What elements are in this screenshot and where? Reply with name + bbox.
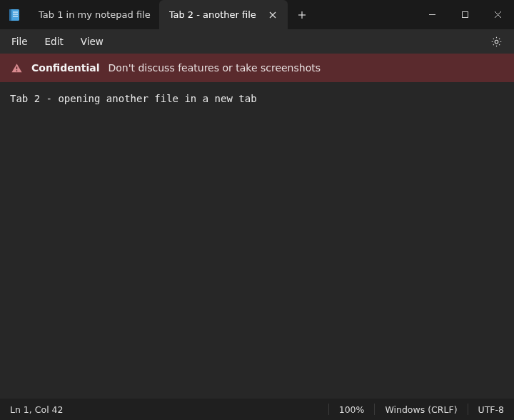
status-encoding[interactable]: UTF-8 (468, 399, 514, 420)
tab-strip: Tab 1 in my notepad file Tab 2 - another… (0, 0, 415, 29)
svg-point-15 (16, 70, 17, 71)
window-controls (415, 0, 514, 29)
status-zoom[interactable]: 100% (329, 399, 375, 420)
svg-rect-1 (9, 9, 11, 21)
menu-edit[interactable]: Edit (36, 33, 72, 50)
tab-2[interactable]: Tab 2 - another file (159, 0, 288, 29)
menu-file[interactable]: File (3, 33, 36, 50)
new-tab-button[interactable] (288, 0, 316, 29)
minimize-button[interactable] (415, 0, 448, 29)
title-bar: Tab 1 in my notepad file Tab 2 - another… (0, 0, 514, 29)
warning-triangle-icon (10, 61, 23, 74)
close-tab-button[interactable] (266, 9, 279, 21)
text-editor[interactable]: Tab 2 - opening another file in a new ta… (0, 82, 514, 399)
status-bar: Ln 1, Col 42 100% Windows (CRLF) UTF-8 (0, 399, 514, 420)
menu-bar: File Edit View (0, 29, 514, 54)
status-line-ending[interactable]: Windows (CRLF) (375, 399, 467, 420)
status-cursor-position[interactable]: Ln 1, Col 42 (0, 399, 74, 420)
app-window: Tab 1 in my notepad file Tab 2 - another… (0, 0, 514, 420)
confidential-banner: Confidential Don't discuss features or t… (0, 54, 514, 82)
banner-title: Confidential (31, 62, 99, 74)
settings-button[interactable] (484, 31, 508, 51)
close-window-button[interactable] (481, 0, 514, 29)
banner-message: Don't discuss features or take screensho… (108, 62, 321, 74)
tab-title: Tab 1 in my notepad file (39, 9, 151, 20)
svg-point-13 (495, 40, 498, 44)
maximize-button[interactable] (448, 0, 481, 29)
svg-rect-10 (462, 12, 468, 18)
tab-1[interactable]: Tab 1 in my notepad file (29, 0, 159, 29)
tab-title: Tab 2 - another file (169, 9, 256, 20)
app-icon (0, 0, 29, 29)
menu-view[interactable]: View (72, 33, 112, 50)
